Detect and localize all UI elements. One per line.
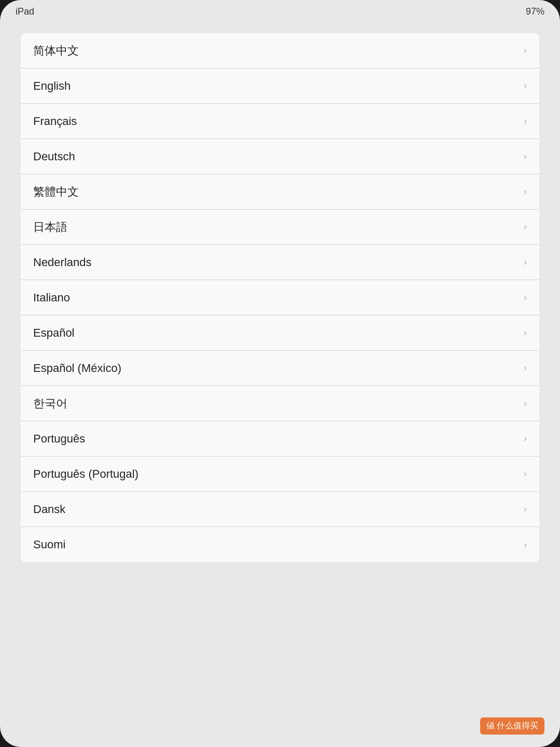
language-label-simplified-chinese: 简体中文 xyxy=(33,43,79,59)
chevron-right-icon: › xyxy=(524,45,527,56)
language-item-spanish-mexico[interactable]: Español (México)› xyxy=(21,351,539,386)
watermark-icon: 値 xyxy=(486,721,495,730)
language-label-portuguese-portugal: Português (Portugal) xyxy=(33,467,138,481)
chevron-right-icon: › xyxy=(524,257,527,268)
chevron-right-icon: › xyxy=(524,186,527,197)
language-label-german: Deutsch xyxy=(33,150,75,163)
language-label-english: English xyxy=(33,79,71,93)
language-item-traditional-chinese[interactable]: 繁體中文› xyxy=(21,174,539,210)
chevron-right-icon: › xyxy=(524,363,527,374)
language-label-dutch: Nederlands xyxy=(33,256,92,269)
chevron-right-icon: › xyxy=(524,540,527,550)
status-bar: iPad 97% xyxy=(0,0,560,23)
language-list-container: 简体中文›English›Français›Deutsch›繁體中文›日本語›N… xyxy=(21,33,539,562)
chevron-right-icon: › xyxy=(524,398,527,409)
language-label-korean: 한국어 xyxy=(33,396,67,411)
language-label-traditional-chinese: 繁體中文 xyxy=(33,184,79,200)
chevron-right-icon: › xyxy=(524,151,527,162)
ipad-frame: iPad 97% 简体中文›English›Français›Deutsch›繁… xyxy=(0,0,560,747)
chevron-right-icon: › xyxy=(524,222,527,232)
language-label-finnish: Suomi xyxy=(33,538,65,551)
language-item-french[interactable]: Français› xyxy=(21,104,539,139)
language-item-dutch[interactable]: Nederlands› xyxy=(21,245,539,280)
language-label-italian: Italiano xyxy=(33,291,70,305)
language-item-danish[interactable]: Dansk› xyxy=(21,492,539,527)
chevron-right-icon: › xyxy=(524,116,527,127)
watermark: 値 什么值得买 xyxy=(480,717,544,735)
language-label-french: Français xyxy=(33,115,77,128)
language-item-portuguese-portugal[interactable]: Português (Portugal)› xyxy=(21,457,539,492)
language-label-portuguese: Português xyxy=(33,432,85,446)
language-label-danish: Dansk xyxy=(33,503,65,516)
chevron-right-icon: › xyxy=(524,433,527,444)
watermark-text: 什么值得买 xyxy=(497,721,538,730)
language-item-german[interactable]: Deutsch› xyxy=(21,139,539,174)
language-item-spanish[interactable]: Español› xyxy=(21,315,539,351)
chevron-right-icon: › xyxy=(524,504,527,515)
chevron-right-icon: › xyxy=(524,468,527,479)
chevron-right-icon: › xyxy=(524,327,527,338)
language-item-italian[interactable]: Italiano› xyxy=(21,280,539,315)
language-item-korean[interactable]: 한국어› xyxy=(21,386,539,421)
language-item-japanese[interactable]: 日本語› xyxy=(21,210,539,245)
language-item-portuguese[interactable]: Português› xyxy=(21,421,539,457)
language-label-spanish-mexico: Español (México) xyxy=(33,362,121,375)
language-list-content: 简体中文›English›Français›Deutsch›繁體中文›日本語›N… xyxy=(0,23,560,747)
language-label-spanish: Español xyxy=(33,326,75,340)
chevron-right-icon: › xyxy=(524,292,527,303)
language-item-finnish[interactable]: Suomi› xyxy=(21,527,539,562)
language-label-japanese: 日本語 xyxy=(33,219,67,235)
language-item-simplified-chinese[interactable]: 简体中文› xyxy=(21,33,539,68)
battery-indicator: 97% xyxy=(526,6,544,17)
chevron-right-icon: › xyxy=(524,80,527,91)
device-name: iPad xyxy=(16,6,34,17)
language-item-english[interactable]: English› xyxy=(21,68,539,104)
